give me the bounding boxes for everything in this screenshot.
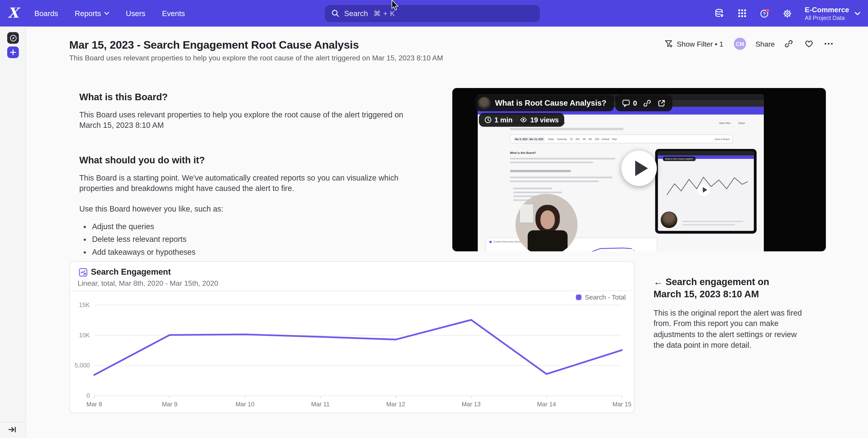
app-window: X Boards Reports Users Events Search ⌘ +… bbox=[0, 0, 868, 438]
thumb-bullet-line bbox=[513, 188, 552, 189]
video-title-pill: What is Root Cause Analysis? bbox=[476, 95, 614, 111]
svg-text:Mar 15: Mar 15 bbox=[613, 401, 631, 408]
help-icon[interactable]: ? bbox=[759, 8, 770, 19]
board-description: What is this Board? This Board uses rele… bbox=[79, 92, 418, 272]
engagement-line-chart[interactable]: 05,00010K15KMar 8Mar 9Mar 10Mar 11Mar 12… bbox=[73, 297, 632, 411]
filter-funnel-icon bbox=[664, 40, 673, 48]
comment-icon[interactable] bbox=[622, 99, 630, 107]
svg-text:0: 0 bbox=[86, 392, 90, 399]
svg-text:10K: 10K bbox=[79, 332, 90, 339]
thumb-text-line bbox=[510, 158, 615, 159]
show-filter-button[interactable]: Show Filter • 1 bbox=[664, 40, 723, 48]
nested-video-title: What is Root Cause Analysis? bbox=[663, 157, 695, 161]
page-title: Mar 15, 2023 - Search Engagement Root Ca… bbox=[69, 39, 359, 52]
thumb-range-button: 3M bbox=[583, 138, 586, 140]
sidebar-divider bbox=[0, 422, 26, 423]
wall-frame bbox=[519, 204, 534, 223]
video-title: What is Root Cause Analysis? bbox=[495, 99, 607, 107]
presenter-webcam-circle bbox=[516, 194, 578, 251]
primary-nav: Boards Reports Users Events bbox=[34, 0, 185, 27]
video-duration: 1 min bbox=[494, 116, 513, 124]
list-item: Adjust the queries bbox=[92, 222, 418, 232]
svg-text:?: ? bbox=[763, 11, 766, 16]
add-board-button[interactable] bbox=[7, 46, 19, 58]
ellipsis-icon bbox=[824, 42, 833, 45]
notification-dot bbox=[766, 9, 770, 12]
show-filter-label: Show Filter • 1 bbox=[677, 40, 723, 48]
annotation-title: ← Search engagement on March 15, 2023 8:… bbox=[653, 276, 795, 301]
apps-grid-icon[interactable] bbox=[737, 8, 748, 19]
svg-text:Mar 11: Mar 11 bbox=[311, 401, 330, 408]
nav-item-boards[interactable]: Boards bbox=[34, 9, 58, 18]
svg-text:Mar 14: Mar 14 bbox=[537, 401, 556, 408]
board-actions: Show Filter • 1 CM Share bbox=[664, 37, 834, 51]
comment-count: 0 bbox=[633, 99, 637, 107]
video-actions-pill: 0 bbox=[615, 95, 673, 111]
svg-text:Mar 9: Mar 9 bbox=[162, 401, 177, 408]
open-external-icon[interactable] bbox=[657, 99, 666, 107]
settings-gear-icon[interactable] bbox=[782, 8, 793, 19]
thumb-range-button: 30D bbox=[576, 138, 580, 140]
left-sidebar bbox=[0, 27, 26, 438]
video-duration-group: 1 min bbox=[485, 116, 513, 124]
user-avatar[interactable]: CM bbox=[734, 38, 746, 50]
thumb-range-button: 12M bbox=[595, 138, 599, 140]
nav-label: Users bbox=[126, 9, 146, 18]
report-subtitle: Linear, total, Mar 8th, 2020 - Mar 15th,… bbox=[78, 279, 218, 287]
thumb-text-line bbox=[510, 162, 593, 163]
nav-item-reports[interactable]: Reports bbox=[75, 9, 109, 18]
section-body: This Board is a starting point. We've au… bbox=[79, 173, 418, 194]
thumb-text-line bbox=[510, 170, 571, 172]
compass-icon bbox=[9, 34, 17, 42]
list-item: Delete less relevant reports bbox=[92, 234, 418, 244]
search-icon bbox=[331, 9, 339, 17]
legend-swatch bbox=[490, 240, 492, 243]
thumb-section-heading: What is this Board? bbox=[510, 151, 536, 155]
thumb-nested-video-frame: What is Root Cause Analysis? bbox=[655, 149, 756, 234]
project-scope: All Project Data bbox=[805, 14, 849, 21]
link-icon[interactable] bbox=[643, 99, 651, 107]
nav-label: Events bbox=[162, 9, 185, 18]
thumb-date-range: Mar 9, 2023 - Mar 15, 2023 bbox=[513, 136, 545, 141]
heart-icon bbox=[804, 39, 814, 48]
svg-text:Mar 12: Mar 12 bbox=[386, 401, 405, 408]
data-management-icon[interactable] bbox=[714, 8, 725, 19]
report-title[interactable]: Search Engagement bbox=[91, 267, 171, 276]
presenter-avatar bbox=[478, 97, 490, 109]
search-input[interactable]: Search ⌘ + K bbox=[324, 4, 540, 23]
thumb-text-line bbox=[510, 177, 613, 178]
play-button[interactable] bbox=[621, 151, 657, 186]
video-views: 19 views bbox=[530, 116, 559, 124]
video-player[interactable]: Search Engagement Root Cause Analysis Hi… bbox=[452, 88, 826, 251]
nav-item-events[interactable]: Events bbox=[162, 9, 185, 18]
expand-sidebar-icon[interactable] bbox=[8, 426, 16, 434]
chevron-down-icon bbox=[104, 11, 109, 15]
project-labels: E-Commerce All Project Data bbox=[805, 5, 849, 21]
presenter-body bbox=[528, 230, 568, 251]
video-stats-pill: 1 min 19 views bbox=[479, 113, 564, 127]
discover-compass-button[interactable] bbox=[7, 32, 19, 44]
section-heading: What should you do with it? bbox=[79, 155, 418, 166]
clock-icon bbox=[485, 116, 492, 124]
svg-text:Mar 10: Mar 10 bbox=[236, 401, 255, 408]
svg-text:15K: 15K bbox=[79, 302, 90, 308]
link-icon bbox=[784, 39, 793, 48]
nav-label: Boards bbox=[34, 9, 58, 18]
share-label: Share bbox=[755, 40, 775, 48]
favorite-button[interactable] bbox=[804, 39, 814, 48]
search-shortcut: ⌘ + K bbox=[374, 9, 395, 18]
project-switcher[interactable]: E-Commerce All Project Data bbox=[805, 5, 860, 21]
more-options-button[interactable] bbox=[824, 39, 834, 48]
nav-item-users[interactable]: Users bbox=[126, 9, 146, 18]
card-divider bbox=[70, 291, 634, 291]
copy-link-button[interactable] bbox=[784, 39, 794, 48]
mixpanel-logo-icon[interactable]: X bbox=[7, 6, 21, 21]
insights-report-icon bbox=[79, 268, 87, 277]
video-views-group: 19 views bbox=[519, 116, 559, 124]
eye-icon bbox=[519, 116, 528, 124]
thumb-range-button: Today bbox=[548, 138, 554, 140]
svg-text:Mar 13: Mar 13 bbox=[462, 401, 480, 408]
thumb-text-line bbox=[510, 180, 599, 182]
share-button[interactable]: Share bbox=[755, 40, 775, 48]
svg-text:5,000: 5,000 bbox=[74, 362, 90, 369]
